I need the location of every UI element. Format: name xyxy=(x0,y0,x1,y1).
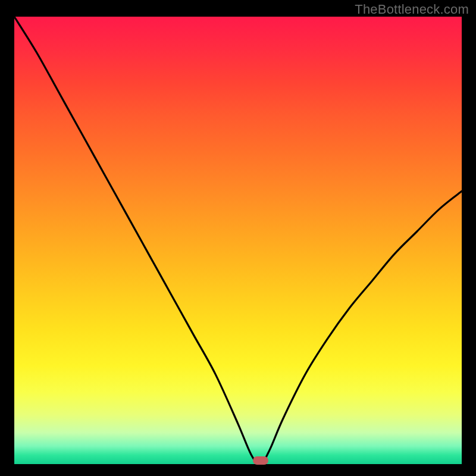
bottleneck-curve xyxy=(14,17,462,464)
optimum-marker xyxy=(253,456,268,465)
chart-frame: TheBottleneck.com xyxy=(0,0,476,476)
plot-area xyxy=(14,17,462,464)
watermark-text: TheBottleneck.com xyxy=(355,2,469,17)
curve-path xyxy=(14,17,462,464)
